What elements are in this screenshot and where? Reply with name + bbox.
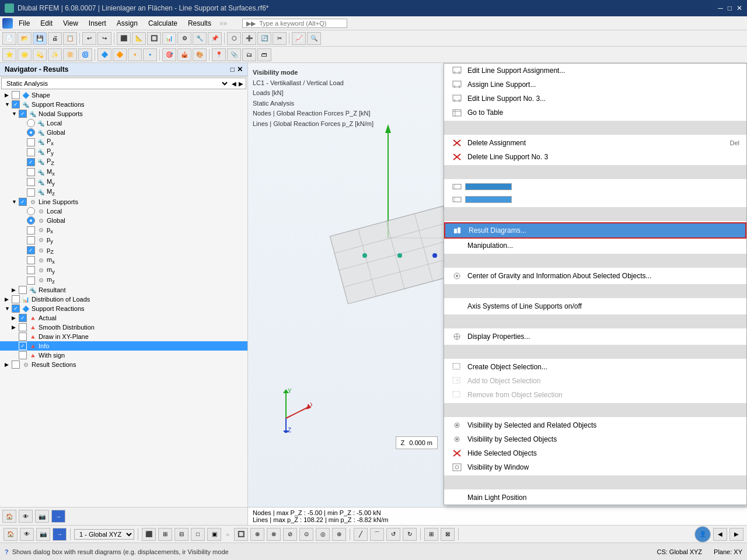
sb-r7[interactable]: ⊛ <box>332 528 346 541</box>
sb-g1[interactable]: ⊞ <box>424 528 438 541</box>
sb-r2[interactable]: ⊕ <box>250 528 264 541</box>
tree-item-mz[interactable]: 🔩 Mz <box>0 187 247 197</box>
sb-view2[interactable]: ⊞ <box>158 528 172 541</box>
menu-calculate[interactable]: Calculate <box>144 18 182 29</box>
tb2-b6[interactable]: 🌀 <box>78 48 92 61</box>
tree-item-draw-xy[interactable]: 🔺 Draw in XY-Plane <box>0 332 247 341</box>
nav-btn-camera[interactable]: 📷 <box>35 510 49 523</box>
tb2-c3[interactable]: 🔸 <box>128 48 142 61</box>
tree-item-support-reactions2[interactable]: ▼ ✓ 🔷 Support Reactions <box>0 304 247 313</box>
tree-check-mz[interactable] <box>27 188 35 197</box>
tree-check-result-sections[interactable] <box>12 360 20 369</box>
sb-btn3[interactable]: 📷 <box>36 528 50 541</box>
cm-edit-no3[interactable]: Edit Line Support No. 3... <box>444 92 746 106</box>
tb-b4[interactable]: 📊 <box>162 32 176 45</box>
tree-arrow-line-supports[interactable]: ▼ <box>12 199 19 205</box>
tree-item-support-reactions[interactable]: ▼ ✓ 🔩 Support Reactions <box>0 100 247 109</box>
tree-check-nodal-supports[interactable]: ✓ <box>19 110 27 118</box>
tree-check-support-reactions[interactable]: ✓ <box>12 100 20 108</box>
tb2-d1[interactable]: 🎯 <box>162 48 176 61</box>
tree-arrow-support-reactions[interactable]: ▼ <box>5 102 12 107</box>
tree-item-dist-loads[interactable]: ▶ 📊 Distribution of Loads <box>0 295 247 304</box>
tb-b5[interactable]: ⚙ <box>177 32 191 45</box>
tree-check-line-supports[interactable]: ✓ <box>19 198 27 206</box>
tb-b7[interactable]: 📌 <box>208 32 222 45</box>
nav-restore-icon[interactable]: □ <box>231 65 235 74</box>
tree-check-draw-xy[interactable] <box>19 332 27 341</box>
cm-goto-table[interactable]: Go to Table <box>444 106 746 120</box>
filter-left-icon[interactable]: ◀ <box>232 80 236 87</box>
tree-item-py[interactable]: 🔩 Py <box>0 147 247 157</box>
tree-arrow-nodal-supports[interactable]: ▼ <box>12 111 19 117</box>
tree-item-ls-global[interactable]: ● ⚙ Global <box>0 216 247 225</box>
tb-d2[interactable]: 🔍 <box>307 32 321 45</box>
sb-arrow-left[interactable]: ◀ <box>713 528 727 541</box>
nav-close-icon[interactable]: ✕ <box>237 65 243 74</box>
tree-radio-ls-global[interactable]: ● <box>27 216 35 225</box>
sb-g2[interactable]: ⊠ <box>441 528 455 541</box>
cm-assign-support[interactable]: Assign Line Support... <box>444 78 746 92</box>
tree-radio-global[interactable]: ● <box>27 128 35 136</box>
tb-open[interactable]: 📂 <box>18 32 32 45</box>
tree-item-ls-mz[interactable]: ⚙ mz <box>0 275 247 285</box>
sb-t4[interactable]: ↻ <box>403 528 417 541</box>
tb-redo[interactable]: ↪ <box>97 32 111 45</box>
tb2-d3[interactable]: 🎨 <box>193 48 207 61</box>
cm-vis-selected[interactable]: Visibility by Selected Objects <box>444 432 746 446</box>
tree-check-px[interactable] <box>27 138 35 146</box>
tree-item-line-supports[interactable]: ▼ ✓ ⚙ Line Supports <box>0 197 247 206</box>
sb-view5[interactable]: ▣ <box>207 528 221 541</box>
tree-radio-ls-local[interactable] <box>27 207 35 215</box>
tb-d1[interactable]: 📈 <box>292 32 306 45</box>
tree-item-pz[interactable]: ✓ 🔩 PZ <box>0 157 247 167</box>
tree-item-with-sign[interactable]: 🔺 With sign <box>0 351 247 360</box>
tb2-c4[interactable]: 🔹 <box>143 48 157 61</box>
tree-arrow-smooth[interactable]: ▶ <box>12 324 19 330</box>
tree-check-shape[interactable] <box>12 91 20 99</box>
sb-r3[interactable]: ⊗ <box>267 528 281 541</box>
filter-right-icon[interactable]: ▶ <box>239 80 243 87</box>
sb-t1[interactable]: ╱ <box>354 528 368 541</box>
tb2-b5[interactable]: 🔆 <box>63 48 77 61</box>
tb2-b4[interactable]: ✨ <box>48 48 62 61</box>
tree-check-actual[interactable]: ✓ <box>19 314 27 322</box>
tb2-e2[interactable]: 📎 <box>227 48 241 61</box>
tree-item-ls-mx[interactable]: ⚙ mx <box>0 256 247 265</box>
tree-arrow-resultant[interactable]: ▶ <box>12 287 19 293</box>
tree-arrow-result-sections[interactable]: ▶ <box>5 362 12 368</box>
menu-results[interactable]: Results <box>183 18 216 29</box>
tree-item-ls-pz[interactable]: ✓ ⚙ pZ <box>0 246 247 256</box>
tb-c3[interactable]: 🔄 <box>257 32 271 45</box>
sb-arrow-right[interactable]: ▶ <box>729 528 743 541</box>
tb-new[interactable]: 📄 <box>2 32 16 45</box>
tb2-d2[interactable]: 🎪 <box>177 48 191 61</box>
nav-btn-eye[interactable]: 👁 <box>19 510 33 523</box>
cm-edit-assignment[interactable]: Edit Line Support Assignment... <box>444 64 746 78</box>
tree-item-nodal-supports[interactable]: ▼ ✓ 🔩 Nodal Supports <box>0 109 247 118</box>
cm-center-gravity[interactable]: Center of Gravity and Information About … <box>444 269 746 283</box>
cm-axis-systems[interactable]: Axis Systems of Line Supports on/off <box>444 299 746 313</box>
tree-item-actual[interactable]: ▶ ✓ 🔺 Actual <box>0 313 247 323</box>
sb-btn2[interactable]: 👁 <box>20 528 34 541</box>
sb-btn4[interactable]: → <box>53 528 67 541</box>
tree-check-smooth[interactable] <box>19 323 27 331</box>
tb2-b1[interactable]: ⭐ <box>2 48 16 61</box>
cm-create-selection[interactable]: Create Object Selection... <box>444 360 746 374</box>
tree-item-local[interactable]: 🔩 Local <box>0 118 247 128</box>
tree-item-info[interactable]: ✓ 🔺 Info <box>0 341 247 351</box>
tree-item-my[interactable]: 🔩 My <box>0 177 247 187</box>
tb2-c2[interactable]: 🔶 <box>113 48 127 61</box>
cm-manipulation[interactable]: Manipulation... <box>444 239 746 253</box>
filter-select[interactable]: Static Analysis <box>4 79 229 88</box>
tree-check-info[interactable]: ✓ <box>19 342 27 350</box>
tree-arrow-actual[interactable]: ▶ <box>12 315 19 321</box>
tree-item-ls-py[interactable]: ⚙ py <box>0 235 247 245</box>
tree-check-py[interactable] <box>27 148 35 156</box>
tb-save[interactable]: 💾 <box>33 32 47 45</box>
tree-item-ls-my[interactable]: ⚙ my <box>0 265 247 275</box>
cm-delete-no3[interactable]: Delete Line Support No. 3 <box>444 150 746 164</box>
tree-arrow-dist-loads[interactable]: ▶ <box>5 296 12 302</box>
sb-btn1[interactable]: 🏠 <box>4 528 18 541</box>
tree-item-global[interactable]: ● 🔩 Global <box>0 128 247 137</box>
cm-hide-selected[interactable]: Hide Selected Objects <box>444 446 746 460</box>
